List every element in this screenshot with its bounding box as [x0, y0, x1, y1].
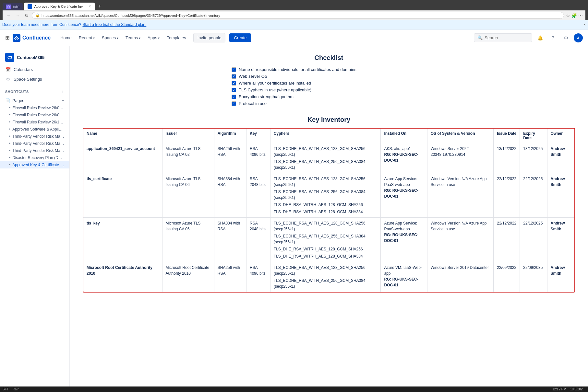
- avatar[interactable]: A: [574, 33, 583, 42]
- row1-cypher-0: TLS_ECDHE_RSA_WITH_AES_128_GCM_SHA256 (s…: [274, 146, 378, 157]
- inprivate-icon: ⬡: [6, 5, 11, 9]
- row1-installed-secondary: RG: RG-UKS-SEC-DOC-01: [384, 152, 418, 163]
- col-issue-date: Issue Date: [494, 129, 520, 143]
- page-link-drp[interactable]: Disaster Recovery Plan (DRP): [0, 154, 69, 161]
- checklist-text-4: Encryption strength/algorithm: [239, 94, 294, 99]
- pages-label-area: 📄 Pages: [5, 98, 24, 103]
- pages-add-icon[interactable]: +: [62, 98, 64, 103]
- status-time: 12:12 PM: [552, 387, 566, 391]
- col-issuer: Issuer: [162, 129, 214, 143]
- search-icon: 🔍: [477, 35, 483, 40]
- row2-cypher-3: TLS_DHE_RSA_WITRH_AES_128_GCM_SHA384: [274, 209, 378, 215]
- banner: Does your team need more from Confluence…: [0, 20, 588, 29]
- notifications-icon[interactable]: 🔔: [535, 33, 545, 43]
- status-icon: SFT: [3, 387, 9, 391]
- checklist-text-1: Web server OS: [239, 74, 268, 79]
- checkbox-4[interactable]: [232, 95, 236, 99]
- page-link-vendor-risk-3[interactable]: Third-Party Vendor Risk Managem...: [0, 147, 69, 154]
- page-link-firewall-1[interactable]: Firewall Rules Review 26/09/2023: [0, 104, 69, 111]
- row3-owner: Andrew Smith: [547, 218, 574, 262]
- pages-more-icon[interactable]: ···: [57, 98, 61, 103]
- col-algorithm: Algorithm: [214, 129, 246, 143]
- checkbox-5[interactable]: [232, 101, 236, 106]
- pages-icon: 📄: [5, 98, 10, 103]
- nav-items: Home Recent Spaces Teams Apps Templates: [57, 33, 189, 42]
- checklist-text-0: Name of responsible individuals for all …: [239, 67, 356, 72]
- row2-cypher-1: TLS_ECDHE_RSA_WITH_AES_256_GCM_SHA384 (s…: [274, 189, 378, 201]
- row3-algorithm: SHA384 with RSA: [214, 218, 246, 262]
- status-date: 10/5/202...: [570, 387, 585, 391]
- back-button[interactable]: ←: [5, 12, 12, 19]
- banner-link[interactable]: Start a free trial of the Standard plan.: [82, 22, 146, 27]
- pages-label-text[interactable]: Pages: [12, 98, 24, 103]
- checklist-text-2: Where all your certificates are installe…: [239, 81, 311, 86]
- checkbox-3[interactable]: [232, 88, 236, 92]
- nav-templates[interactable]: Templates: [163, 33, 189, 42]
- browser-tab-inprivate[interactable]: ⬡ tab1: [3, 3, 23, 10]
- space-header[interactable]: C3 ContosoM365: [0, 50, 69, 64]
- pages-actions: ··· +: [57, 98, 64, 103]
- star-icon[interactable]: ☆: [566, 13, 570, 18]
- row1-installed-primary: AKS: aks_app1: [384, 146, 411, 151]
- status-bar: SFT Rain 12:12 PM 10/5/202...: [0, 386, 588, 392]
- browser-tab-active[interactable]: Approved Key & Certificate Inv... ×: [24, 3, 95, 10]
- page-link-firewall-3[interactable]: Firewall Rules Review 26/10/2022: [0, 119, 69, 126]
- page-link-key-inventory[interactable]: Approved Key & Certificate Invent...: [0, 161, 69, 168]
- table-header-row: Name Issuer Algorithm Key Cyphers Instal…: [83, 129, 574, 143]
- apps-grid-icon[interactable]: ⊞: [5, 35, 9, 41]
- col-key: Key: [246, 129, 270, 143]
- row4-installed-secondary: RG: RG-UKS-SEC-DOC-01: [384, 277, 418, 287]
- page-link-approved-software[interactable]: Approved Software & Applications...: [0, 126, 69, 133]
- row3-issue-date: 22/12/2022: [494, 218, 520, 262]
- help-icon[interactable]: ?: [548, 33, 558, 43]
- refresh-button[interactable]: ↻: [23, 12, 30, 19]
- invite-people-button[interactable]: Invite people: [193, 33, 226, 42]
- create-button[interactable]: Create: [229, 33, 251, 42]
- extension-icon[interactable]: 🧩: [571, 13, 577, 18]
- checkbox-0[interactable]: [232, 67, 236, 72]
- menu-icon[interactable]: ⋯: [578, 13, 583, 18]
- nav-recent[interactable]: Recent: [76, 33, 98, 42]
- row2-issuer: Microsoft Azure TLS Issuing CA 06: [162, 173, 214, 218]
- new-tab-button[interactable]: +: [96, 2, 104, 10]
- checklist-title: Checklist: [83, 54, 575, 62]
- banner-text: Does your team need more from Confluence…: [2, 22, 81, 27]
- settings-icon[interactable]: ⚙: [561, 33, 571, 43]
- nav-home[interactable]: Home: [57, 33, 75, 42]
- sidebar-space-settings[interactable]: ⚙ Space Settings: [0, 74, 69, 84]
- row1-key: RSA 4096 bits: [246, 143, 270, 173]
- inprivate-label: tab1: [13, 5, 20, 9]
- search-box[interactable]: 🔍: [474, 33, 532, 42]
- row3-cypher-1: TLS_ECDHE_RSA_WITH_AES_256_GCM_SHA384 (s…: [274, 233, 378, 245]
- banner-close-icon[interactable]: ×: [583, 22, 586, 27]
- table-row: Microsoft Root Certificate Authority 201…: [83, 262, 574, 292]
- shortcuts-section: SHORTCUTS +: [0, 86, 69, 96]
- page-link-firewall-2[interactable]: Firewall Rules Review 26/03/2023: [0, 111, 69, 119]
- pages-row: 📄 Pages ··· +: [0, 97, 69, 104]
- nav-spaces[interactable]: Spaces: [99, 33, 122, 42]
- col-owner: Owner: [547, 129, 574, 143]
- add-shortcut-icon[interactable]: +: [62, 89, 64, 94]
- sidebar-calendars[interactable]: 📅 Calendars: [0, 64, 69, 74]
- row4-name: Microsoft Root Certificate Authority 201…: [83, 262, 162, 292]
- nav-apps[interactable]: Apps: [144, 33, 163, 42]
- row2-owner: Andrew Smith: [547, 173, 574, 218]
- row4-cypher-1: TLS_ECDHE_RSA_WITH_AES_256_GCM_SHA384 (s…: [274, 278, 378, 289]
- row1-expiry-date: 13/12/2025: [520, 143, 547, 173]
- search-input[interactable]: [485, 35, 529, 40]
- page-link-vendor-risk-1[interactable]: Third-Party Vendor Risk Managem...: [0, 133, 69, 140]
- address-input[interactable]: [42, 14, 560, 17]
- checkbox-2[interactable]: [232, 81, 236, 86]
- row3-installed-on: Azure App Service: PaaS-web-app RG: RG-U…: [381, 218, 427, 262]
- row3-cypher-0: TLS_ECDHE_RSA_WITH_AES_128_GCM_SHA256 (s…: [274, 220, 378, 232]
- shortcuts-label: SHORTCUTS: [5, 90, 29, 94]
- shortcuts-header: SHORTCUTS +: [0, 86, 69, 96]
- page-link-vendor-risk-2[interactable]: Third-Party Vendor Risk Managem...: [0, 140, 69, 147]
- checkbox-1[interactable]: [232, 74, 236, 79]
- tab-title: Approved Key & Certificate Inv...: [34, 5, 85, 8]
- nav-teams[interactable]: Teams: [122, 33, 144, 42]
- forward-button[interactable]: →: [14, 12, 21, 19]
- nav-logo-area[interactable]: ⊞ Confluence: [5, 34, 51, 42]
- status-sub: Rain: [13, 387, 19, 391]
- tab-close-icon[interactable]: ×: [89, 4, 91, 9]
